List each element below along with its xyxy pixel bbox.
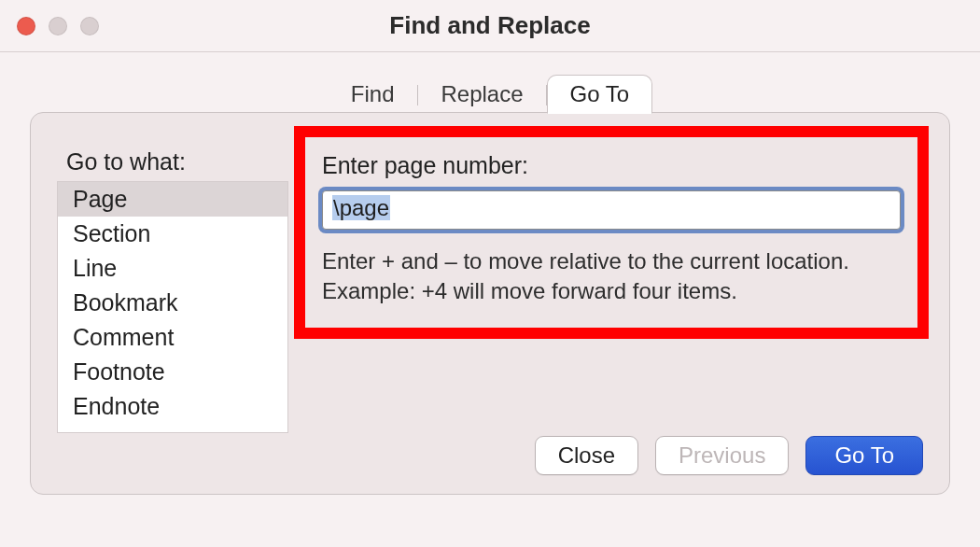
list-item[interactable]: Endnote — [58, 389, 287, 424]
highlighted-region: Enter page number: \page Enter + and – t… — [294, 126, 929, 339]
tab-bar: Find Replace Go To — [30, 75, 950, 114]
tab-replace[interactable]: Replace — [418, 75, 547, 114]
goto-what-label: Go to what: — [66, 148, 288, 175]
hint-text: Enter + and – to move relative to the cu… — [322, 246, 901, 307]
list-item[interactable]: Section — [58, 217, 287, 251]
list-item[interactable]: Comment — [58, 320, 287, 355]
input-selected-text: \page — [332, 195, 390, 220]
minimize-window-icon[interactable] — [49, 17, 67, 35]
previous-button: Previous — [655, 436, 789, 475]
close-window-icon[interactable] — [17, 17, 35, 35]
page-number-label: Enter page number: — [322, 152, 901, 179]
goto-panel: Go to what: Page Section Line Bookmark C… — [30, 112, 950, 495]
close-button[interactable]: Close — [535, 436, 638, 475]
list-item[interactable]: Bookmark — [58, 286, 287, 320]
window-title: Find and Replace — [0, 11, 980, 40]
dialog-content: Find Replace Go To Go to what: Page Sect… — [0, 52, 980, 504]
tab-goto[interactable]: Go To — [547, 75, 653, 114]
tab-find[interactable]: Find — [328, 75, 418, 114]
titlebar: Find and Replace — [0, 0, 980, 52]
goto-left-column: Go to what: Page Section Line Bookmark C… — [57, 139, 288, 433]
list-item[interactable]: Footnote — [58, 355, 287, 389]
goto-right-column: Enter page number: \page Enter + and – t… — [305, 139, 923, 339]
window-controls — [17, 17, 99, 35]
button-row: Close Previous Go To — [535, 436, 923, 475]
list-item[interactable]: Page — [58, 182, 287, 217]
zoom-window-icon[interactable] — [80, 17, 99, 35]
goto-button[interactable]: Go To — [805, 436, 923, 475]
list-item[interactable]: Line — [58, 251, 287, 286]
goto-what-list[interactable]: Page Section Line Bookmark Comment Footn… — [57, 181, 288, 433]
page-number-input[interactable]: \page — [322, 190, 901, 230]
